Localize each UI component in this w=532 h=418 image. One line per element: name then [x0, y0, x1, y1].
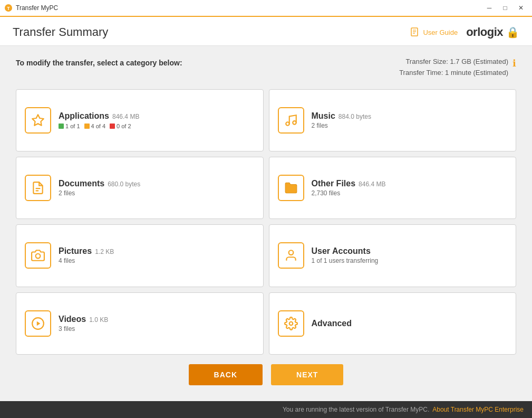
instruction-text: To modify the transfer, select a categor… — [16, 56, 182, 67]
user-guide-label: User Guide — [423, 28, 458, 36]
user-guide-link[interactable]: User Guide — [410, 27, 458, 37]
category-name-row-other-files: Other Files846.4 MB — [312, 179, 386, 188]
category-info-music: Music884.0 bytes2 files — [312, 111, 371, 129]
svg-point-8 — [293, 121, 296, 125]
category-size-music: 884.0 bytes — [338, 113, 371, 120]
transfer-size: Transfer Size: 1.7 GB (Estimated) — [399, 56, 508, 68]
category-name-pictures: Pictures — [59, 246, 92, 256]
category-info-applications: Applications846.4 MB1 of 14 of 40 of 2 — [59, 111, 139, 129]
category-name-music: Music — [312, 111, 335, 121]
category-card-advanced[interactable]: Advanced — [269, 292, 517, 355]
category-name-documents: Documents — [59, 179, 104, 188]
badge-dot-yellow — [84, 124, 90, 129]
play-icon — [25, 310, 51, 337]
svg-point-11 — [36, 254, 41, 259]
header-right: User Guide orlogix 🔒 — [410, 25, 519, 39]
category-card-videos[interactable]: Videos1.0 KB3 files — [16, 292, 264, 355]
back-button[interactable]: BACK — [189, 364, 263, 385]
category-info-documents: Documents680.0 bytes2 files — [59, 179, 140, 197]
transfer-time: Transfer Time: 1 minute (Estimated) — [399, 68, 508, 79]
category-info-videos: Videos1.0 KB3 files — [59, 315, 108, 332]
footer-status: You are running the latest version of Tr… — [283, 406, 429, 413]
document-icon — [25, 175, 51, 201]
main-window: Transfer Summary User Guide orlogix 🔒 To… — [0, 17, 532, 401]
badge-yellow: 4 of 4 — [84, 123, 106, 129]
svg-marker-14 — [37, 321, 41, 326]
category-name-advanced: Advanced — [312, 319, 352, 328]
category-name-row-user-accounts: User Accounts — [312, 246, 379, 256]
category-card-pictures[interactable]: Pictures1.2 KB4 files — [16, 224, 264, 287]
category-name-row-videos: Videos1.0 KB — [59, 315, 108, 324]
category-info-user-accounts: User Accounts1 of 1 users transferring — [312, 246, 379, 264]
brand-name: orlogix — [466, 25, 503, 39]
window-controls: ─ □ ✕ — [482, 3, 528, 13]
transfer-info-text: Transfer Size: 1.7 GB (Estimated) Transf… — [399, 56, 508, 79]
category-card-documents[interactable]: Documents680.0 bytes2 files — [16, 157, 264, 219]
category-sub-documents: 2 files — [59, 189, 140, 197]
book-icon — [410, 27, 420, 37]
footer-link[interactable]: About Transfer MyPC Enterprise — [432, 406, 524, 413]
info-bar: To modify the transfer, select a categor… — [16, 56, 516, 79]
category-name-row-applications: Applications846.4 MB — [59, 111, 139, 121]
badge-dot-red — [110, 124, 115, 129]
category-size-videos: 1.0 KB — [89, 316, 108, 324]
category-info-pictures: Pictures1.2 KB4 files — [59, 246, 114, 264]
category-sub-pictures: 4 files — [59, 257, 114, 264]
category-sub-other-files: 2,730 files — [312, 189, 386, 197]
category-card-music[interactable]: Music884.0 bytes2 files — [269, 89, 517, 151]
titlebar: T Transfer MyPC ─ □ ✕ — [0, 0, 532, 17]
category-name-row-documents: Documents680.0 bytes — [59, 179, 140, 188]
svg-point-12 — [288, 251, 293, 255]
category-info-advanced: Advanced — [312, 319, 352, 328]
folder-icon — [278, 175, 304, 201]
category-card-other-files[interactable]: Other Files846.4 MB2,730 files — [269, 157, 517, 219]
info-icon[interactable]: ℹ — [512, 58, 516, 69]
category-size-documents: 680.0 bytes — [108, 180, 140, 188]
footer: You are running the latest version of Tr… — [0, 401, 532, 418]
category-sub-music: 2 files — [312, 122, 371, 129]
next-button[interactable]: NEXT — [271, 364, 343, 385]
svg-text:T: T — [7, 6, 10, 11]
category-card-user-accounts[interactable]: User Accounts1 of 1 users transferring — [269, 224, 517, 287]
app-icon: T — [4, 4, 13, 12]
app-badges-applications: 1 of 14 of 40 of 2 — [59, 123, 139, 129]
content-area: To modify the transfer, select a categor… — [0, 46, 532, 401]
category-size-applications: 846.4 MB — [112, 113, 139, 120]
category-info-other-files: Other Files846.4 MB2,730 files — [312, 179, 386, 197]
category-sub-user-accounts: 1 of 1 users transferring — [312, 257, 379, 264]
category-size-pictures: 1.2 KB — [95, 248, 114, 255]
category-name-user-accounts: User Accounts — [312, 246, 371, 256]
close-button[interactable]: ✕ — [514, 3, 528, 13]
badge-green: 1 of 1 — [59, 123, 80, 129]
category-name-row-pictures: Pictures1.2 KB — [59, 246, 114, 256]
music-icon — [278, 107, 304, 134]
titlebar-title: Transfer MyPC — [16, 4, 482, 12]
category-name-row-advanced: Advanced — [312, 319, 352, 328]
category-name-videos: Videos — [59, 315, 86, 324]
maximize-button[interactable]: □ — [498, 3, 512, 13]
category-name-row-music: Music884.0 bytes — [312, 111, 371, 121]
button-area: BACK NEXT — [16, 355, 516, 391]
badge-red: 0 of 2 — [110, 123, 131, 129]
category-name-applications: Applications — [59, 111, 109, 121]
header: Transfer Summary User Guide orlogix 🔒 — [0, 17, 532, 46]
transfer-info: Transfer Size: 1.7 GB (Estimated) Transf… — [399, 56, 516, 79]
brand-logo: orlogix 🔒 — [466, 25, 519, 39]
svg-marker-6 — [32, 115, 44, 126]
page-title: Transfer Summary — [13, 25, 108, 39]
categories-grid: Applications846.4 MB1 of 14 of 40 of 2Mu… — [16, 89, 516, 355]
category-name-other-files: Other Files — [312, 179, 356, 188]
svg-point-7 — [286, 122, 289, 126]
user-icon — [278, 242, 304, 269]
minimize-button[interactable]: ─ — [482, 3, 496, 13]
gear-icon — [278, 310, 304, 337]
category-card-applications[interactable]: Applications846.4 MB1 of 14 of 40 of 2 — [16, 89, 264, 151]
badge-dot-green — [59, 124, 64, 129]
camera-icon — [25, 242, 51, 269]
category-sub-videos: 3 files — [59, 325, 108, 332]
lock-icon: 🔒 — [506, 26, 519, 39]
category-size-other-files: 846.4 MB — [359, 180, 385, 188]
star-icon — [25, 107, 51, 134]
svg-point-15 — [289, 322, 293, 326]
